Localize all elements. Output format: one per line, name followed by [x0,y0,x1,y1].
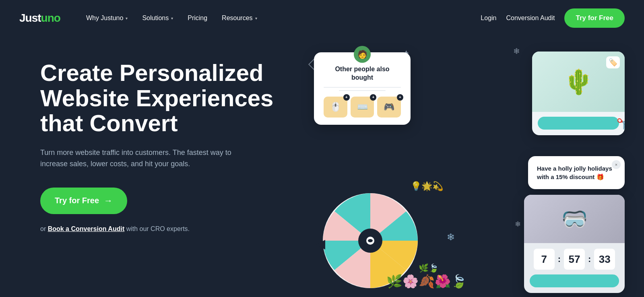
nav-item-why-justuno[interactable]: Why Justuno ▾ [80,11,134,25]
hero-text: Create Personalized Website Experiences … [40,44,298,233]
countdown-timer: 7 : 57 : 33 [524,243,625,270]
logo[interactable]: Justuno [19,12,60,25]
hero-try-free-button[interactable]: Try for Free → [40,188,127,214]
product-item-keyboard: ⌨️ + [351,97,374,118]
timer-seconds: 33 [594,249,615,270]
card-also-bought: 🧑 Other people also bought 🖱️ + ⌨️ + 🎮 + [314,52,411,125]
wheel-pointer [316,240,325,250]
nav-item-solutions[interactable]: Solutions ▾ [136,11,180,25]
chevron-down-icon: ▾ [255,16,257,21]
timer-colon-2: : [588,254,591,264]
add-icon: + [343,94,350,101]
price-tag-icon: 🏷️ [606,56,620,68]
avatar: 🧑 [354,46,371,63]
book-audit-link[interactable]: Book a Conversion Audit [48,225,125,232]
hero-section: Create Personalized Website Experiences … [0,36,644,297]
sparkle-small-icon: ❄️ [447,233,455,241]
sparkle-top-right-icon: ❄ [513,46,520,56]
timer-hours: 7 [534,249,555,270]
hero-audit-text: or Book a Conversion Audit with our CRO … [40,225,298,233]
nav-item-pricing[interactable]: Pricing [181,11,214,25]
close-button[interactable]: × [612,160,621,169]
hero-subtitle: Turn more website traffic into customers… [40,147,250,170]
nav-right: Login Conversion Audit Try for Free [481,8,625,28]
product-item-gamepad: 🎮 + [377,97,401,118]
holly-text: Have a holly jolly holidays with a 15% d… [537,164,616,181]
product-item-mouse: 🖱️ + [324,97,347,118]
logo-just: Just [19,12,41,25]
hero-title: Create Personalized Website Experiences … [40,60,274,136]
svg-point-3 [368,239,373,242]
card-holly-jolly: × Have a holly jolly holidays with a 15%… [528,156,625,189]
product-items: 🖱️ + ⌨️ + 🎮 + [324,97,401,118]
nav-links: Why Justuno ▾ Solutions ▾ Pricing Resour… [80,11,481,25]
card-countdown: 🥽 7 : 57 : 33 [524,195,625,293]
card-plant: 🌵 🏷️ ✂️ [532,52,625,135]
navbar: Justuno Why Justuno ▾ Solutions ▾ Pricin… [0,0,644,36]
try-free-button[interactable]: Try for Free [564,8,625,28]
login-link[interactable]: Login [481,14,496,22]
add-icon: + [397,94,403,101]
add-icon: + [370,94,376,101]
vr-image: 🥽 [524,195,625,243]
nav-item-resources[interactable]: Resources ▾ [215,11,263,25]
chevron-down-icon: ▾ [171,16,173,21]
card-also-bought-title: Other people also bought [324,65,401,82]
conversion-audit-link[interactable]: Conversion Audit [506,14,555,22]
countdown-cta-button[interactable] [530,274,619,287]
logo-uno: uno [41,12,60,25]
plant-image: 🌵 🏷️ [532,52,625,112]
arrow-icon: → [104,196,113,206]
hero-visuals: ✦ ❄️ 🧑 Other people also bought 🖱️ + ⌨️ … [298,44,625,297]
divider [324,87,401,88]
lights-decoration: 💡🌟💫 [411,181,443,192]
timer-colon: : [558,254,561,264]
scissors-icon: ✂️ [616,114,625,132]
leaf-decoration: 🌿🍃 [419,263,439,273]
floral-decoration: 🌿🌸🍂🌺🍃 [386,274,467,289]
chevron-down-icon: ▾ [126,16,128,21]
plant-cta-button[interactable] [538,117,619,130]
hero-cta-label: Try for Free [55,196,99,205]
timer-minutes: 57 [564,249,585,270]
divider-short [339,90,385,91]
snowflake-icon: ❄ [515,220,521,229]
